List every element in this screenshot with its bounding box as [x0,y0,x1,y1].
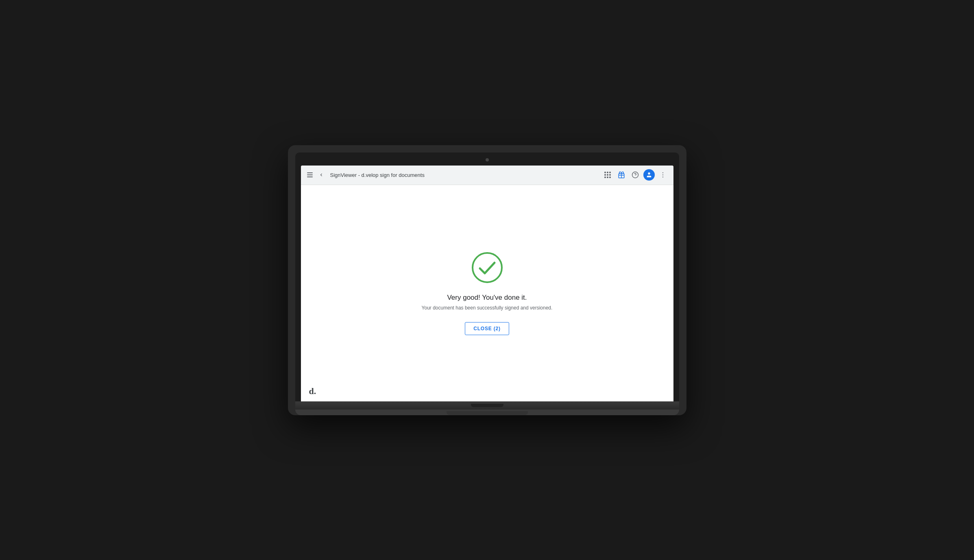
toolbar-right [602,169,669,181]
d-logo: d. [309,386,316,397]
page-content: Very good! You've done it. Your document… [301,185,673,401]
laptop-frame: SignViewer - d.velop sign for documents [288,145,686,415]
back-icon[interactable] [317,171,325,179]
svg-point-4 [662,172,663,173]
laptop-hinge [471,404,503,407]
toolbar-left: SignViewer - d.velop sign for documents [306,171,425,179]
laptop-base [295,401,679,410]
help-icon[interactable] [630,169,641,181]
more-icon[interactable] [657,169,669,181]
laptop-foot [447,411,528,415]
svg-point-7 [473,253,502,282]
person-icon[interactable] [643,169,655,181]
screen-bezel: SignViewer - d.velop sign for documents [295,153,679,401]
close-button[interactable]: CLOSE (2) [465,322,509,335]
apps-icon[interactable] [602,169,613,181]
browser-toolbar: SignViewer - d.velop sign for documents [301,166,673,185]
laptop-stand [295,410,679,415]
gift-icon[interactable] [616,169,627,181]
success-subtitle: Your document has been successfully sign… [422,305,553,311]
svg-point-5 [662,174,663,175]
camera [486,158,489,161]
browser-window: SignViewer - d.velop sign for documents [301,166,673,401]
menu-icon[interactable] [306,171,314,179]
success-checkmark-icon [471,251,503,284]
svg-point-3 [648,172,650,174]
page-title: SignViewer - d.velop sign for documents [330,172,425,178]
svg-point-6 [662,176,663,177]
success-title: Very good! You've done it. [447,294,527,302]
